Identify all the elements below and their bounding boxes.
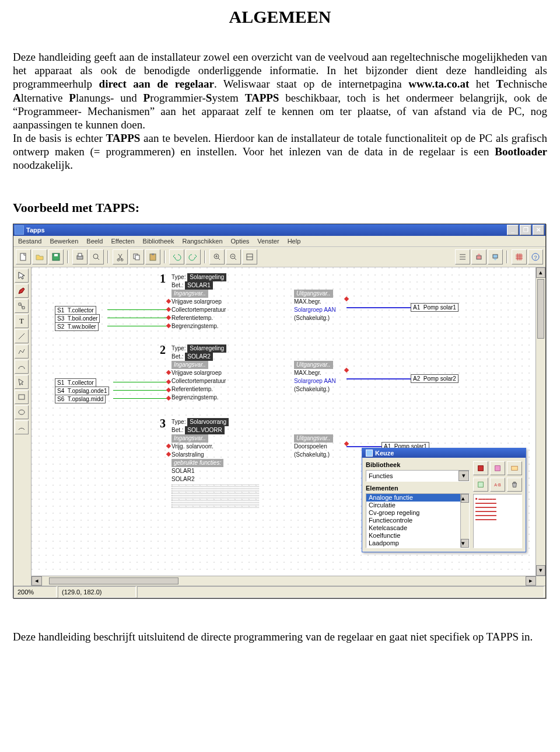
trash-icon[interactable] — [507, 478, 522, 492]
elementen-list[interactable]: Analoge functie Circulatie Cv-groep rege… — [366, 493, 470, 548]
line-tool-icon[interactable] — [15, 329, 29, 343]
preview-icon[interactable] — [89, 249, 104, 264]
output-line: MAX.begr. — [294, 298, 370, 306]
panel-action-icon[interactable] — [507, 461, 522, 475]
curve-tool-icon[interactable] — [15, 360, 29, 374]
menu-item[interactable]: Bibliotheek — [143, 238, 174, 245]
svg-point-5 — [93, 254, 98, 259]
svg-rect-24 — [512, 466, 518, 470]
bibliotheek-select[interactable]: Functies ▾ — [366, 470, 470, 482]
redo-icon[interactable] — [186, 249, 201, 264]
close-button[interactable]: ✕ — [533, 225, 544, 235]
new-file-icon[interactable] — [16, 249, 31, 264]
scroll-up-icon[interactable]: ▴ — [461, 494, 469, 503]
sensor-tag[interactable]: S1 T.collector — [55, 306, 96, 315]
function-block[interactable]: Type: Solarregeling Bet.: SOLAR1 Ingangs… — [172, 273, 259, 330]
menu-item[interactable]: Help — [288, 238, 301, 245]
menu-item[interactable]: Effecten — [111, 238, 134, 245]
connector-tool-icon[interactable] — [15, 299, 29, 313]
scroll-thumb[interactable] — [537, 279, 544, 339]
toolbar: ? — [13, 247, 545, 267]
block-number: 2 — [160, 343, 166, 357]
list-item[interactable]: Cv-groep regeling — [366, 509, 460, 517]
sensor-tag[interactable]: S6 T.opslag.midd — [55, 395, 106, 403]
field-key: Bet.: — [172, 353, 184, 360]
help-icon[interactable]: ? — [528, 249, 543, 264]
cut-icon[interactable] — [113, 249, 128, 264]
rectangle-tool-icon[interactable] — [15, 390, 29, 404]
copy-icon[interactable] — [129, 249, 144, 264]
svg-rect-9 — [135, 255, 139, 260]
list-scrollbar[interactable]: ▴ ▾ — [460, 494, 469, 548]
wire — [113, 382, 169, 382]
menu-item[interactable]: Opties — [231, 238, 250, 245]
minimize-button[interactable]: _ — [507, 225, 519, 235]
list-item[interactable]: Analoge functie — [366, 494, 460, 502]
sensor-tag[interactable]: S3 T.boil.onder — [55, 314, 100, 323]
section-heading: Voorbeeld met TAPPS: — [13, 200, 547, 215]
toolbar-separator — [164, 250, 166, 263]
function-block[interactable]: Type: Solarvoorrang Bet.: SOL.VOORR Inga… — [172, 418, 259, 509]
menu-item[interactable]: Rangschikken — [182, 238, 222, 245]
list-item[interactable]: Koelfunctie — [366, 532, 460, 539]
ellipse-tool-icon[interactable] — [15, 405, 29, 419]
paste-icon[interactable] — [145, 249, 160, 264]
output-tag[interactable]: A1 Pomp solar1 — [411, 303, 459, 312]
zoom-fit-icon[interactable] — [242, 249, 257, 264]
zoom-in-icon[interactable] — [209, 249, 225, 264]
output-tag[interactable]: A2 Pomp solar2 — [411, 374, 459, 383]
function-block[interactable]: Type: Solarregeling Bet.: SOLAR2 Ingangs… — [172, 344, 259, 402]
menu-item[interactable]: Beeld — [86, 238, 103, 245]
undo-icon[interactable] — [169, 249, 184, 264]
vertical-scrollbar[interactable]: ▴ ▾ — [536, 267, 545, 576]
menu-item[interactable]: Bestand — [18, 238, 41, 245]
panel-action-icon[interactable] — [490, 461, 505, 475]
text-tool-icon[interactable]: T — [15, 314, 29, 328]
scroll-left-icon[interactable]: ◂ — [32, 576, 42, 586]
sensor-tag[interactable]: S1 T.collector — [55, 378, 96, 387]
list-item[interactable]: Ketelcascade — [366, 524, 460, 532]
list-item[interactable]: Laadpomp — [366, 539, 460, 547]
horizontal-scrollbar[interactable]: ◂ ▸ — [32, 576, 545, 586]
svg-text:T: T — [19, 317, 24, 325]
pointer-tool-icon[interactable] — [15, 269, 29, 283]
scroll-down-icon[interactable]: ▾ — [536, 565, 545, 576]
node-icon — [166, 395, 171, 400]
scroll-up-icon[interactable]: ▴ — [536, 267, 545, 278]
intro-text: Deze handleiding geeft aan de installate… — [13, 50, 547, 172]
print-icon[interactable] — [72, 249, 88, 264]
layer-down-icon[interactable] — [488, 249, 503, 264]
zoom-level[interactable]: 200% — [13, 586, 57, 598]
grid-icon[interactable] — [512, 249, 527, 264]
menu-item[interactable]: Venster — [257, 238, 279, 245]
maximize-button[interactable]: ❐ — [520, 225, 531, 235]
keuze-panel[interactable]: Keuze Bibliotheek Functies ▾ Elementen — [362, 448, 526, 552]
scroll-thumb[interactable] — [49, 577, 178, 584]
sensor-tag[interactable]: S4 T.opslag.onde1 — [55, 387, 109, 395]
menu-item[interactable]: Bewerken — [50, 238, 78, 245]
scroll-right-icon[interactable]: ▸ — [526, 576, 536, 586]
select-rect-tool-icon[interactable] — [15, 375, 29, 389]
align-icon[interactable] — [455, 249, 470, 264]
canvas[interactable]: 1 Type: Solarregeling Bet.: SOLAR1 Ingan… — [32, 267, 536, 576]
arc-tool-icon[interactable] — [15, 420, 29, 434]
text-bold: T — [496, 78, 503, 90]
text: het — [469, 78, 496, 90]
list-item[interactable]: Circulatie — [366, 502, 460, 509]
save-icon[interactable] — [48, 249, 64, 264]
panel-action-icon[interactable] — [473, 461, 488, 475]
panel-titlebar[interactable]: Keuze — [362, 448, 526, 458]
polyline-tool-icon[interactable] — [15, 344, 29, 358]
panel-action-icon[interactable] — [473, 478, 488, 492]
sensor-tag[interactable]: S2 T.ww.boiler — [55, 322, 99, 331]
layer-up-icon[interactable] — [471, 249, 487, 264]
scroll-down-icon[interactable]: ▾ — [461, 539, 469, 548]
pen-tool-icon[interactable] — [15, 284, 29, 298]
closing-text: Deze handleiding beschrijft uitsluitend … — [13, 630, 547, 643]
input-line: Vrijg. solarvoorr. — [172, 443, 259, 451]
panel-ab-icon[interactable]: A·B — [490, 478, 505, 492]
dropdown-arrow-icon[interactable]: ▾ — [459, 471, 469, 481]
zoom-out-icon[interactable] — [226, 249, 241, 264]
list-item[interactable]: Functiecontrole — [366, 517, 460, 524]
open-file-icon[interactable] — [32, 249, 47, 264]
